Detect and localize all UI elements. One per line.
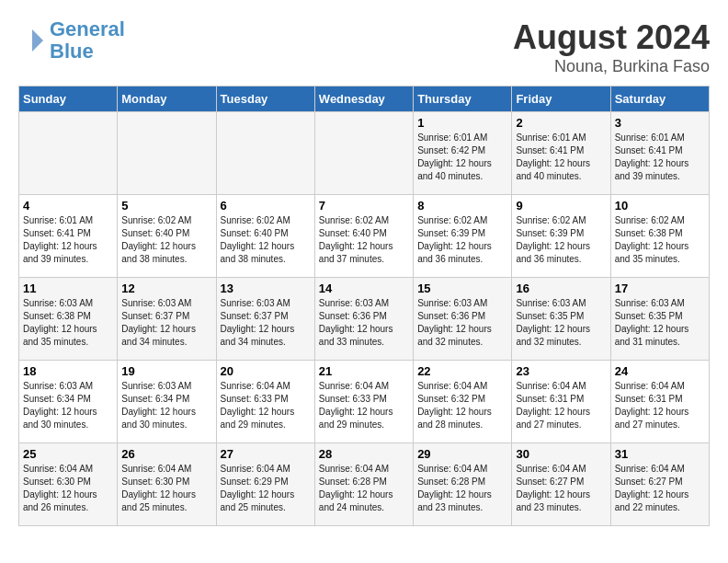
calendar-cell: 5Sunrise: 6:02 AM Sunset: 6:40 PM Daylig… xyxy=(118,195,216,278)
day-info: Sunrise: 6:03 AM Sunset: 6:35 PM Dayligh… xyxy=(516,297,606,349)
day-number: 10 xyxy=(615,199,705,213)
calendar-week-row: 4Sunrise: 6:01 AM Sunset: 6:41 PM Daylig… xyxy=(19,195,710,278)
day-number: 12 xyxy=(121,282,211,295)
day-info: Sunrise: 6:03 AM Sunset: 6:36 PM Dayligh… xyxy=(417,297,507,349)
day-number: 17 xyxy=(615,282,705,295)
calendar-cell: 29Sunrise: 6:04 AM Sunset: 6:28 PM Dayli… xyxy=(414,443,512,526)
calendar-cell: 24Sunrise: 6:04 AM Sunset: 6:31 PM Dayli… xyxy=(610,361,709,443)
weekday-header-friday: Friday xyxy=(512,86,610,112)
day-number: 23 xyxy=(516,364,606,378)
day-number: 29 xyxy=(417,447,507,461)
calendar-cell: 31Sunrise: 6:04 AM Sunset: 6:27 PM Dayli… xyxy=(610,443,709,526)
logo-icon xyxy=(18,27,46,54)
title-block: August 2024 Nouna, Burkina Faso xyxy=(513,18,710,76)
day-info: Sunrise: 6:04 AM Sunset: 6:28 PM Dayligh… xyxy=(417,463,507,514)
day-number: 6 xyxy=(221,199,311,213)
day-number: 24 xyxy=(615,364,705,378)
day-info: Sunrise: 6:04 AM Sunset: 6:27 PM Dayligh… xyxy=(615,463,705,514)
day-info: Sunrise: 6:01 AM Sunset: 6:42 PM Dayligh… xyxy=(417,132,507,183)
calendar-cell: 18Sunrise: 6:03 AM Sunset: 6:34 PM Dayli… xyxy=(19,361,118,443)
calendar-table: SundayMondayTuesdayWednesdayThursdayFrid… xyxy=(18,86,710,526)
page-header: General Blue August 2024 Nouna, Burkina … xyxy=(18,18,710,76)
calendar-cell: 26Sunrise: 6:04 AM Sunset: 6:30 PM Dayli… xyxy=(118,443,216,526)
day-number: 22 xyxy=(417,364,507,378)
calendar-week-row: 1Sunrise: 6:01 AM Sunset: 6:42 PM Daylig… xyxy=(19,112,710,195)
calendar-cell: 16Sunrise: 6:03 AM Sunset: 6:35 PM Dayli… xyxy=(512,278,610,361)
day-number: 25 xyxy=(23,447,113,461)
day-info: Sunrise: 6:01 AM Sunset: 6:41 PM Dayligh… xyxy=(23,214,113,266)
weekday-header-wednesday: Wednesday xyxy=(314,86,413,112)
day-info: Sunrise: 6:01 AM Sunset: 6:41 PM Dayligh… xyxy=(516,132,606,183)
calendar-cell: 11Sunrise: 6:03 AM Sunset: 6:38 PM Dayli… xyxy=(19,278,118,361)
page-title: August 2024 xyxy=(513,18,710,57)
calendar-cell: 12Sunrise: 6:03 AM Sunset: 6:37 PM Dayli… xyxy=(118,278,216,361)
day-number: 3 xyxy=(615,116,705,130)
day-number: 19 xyxy=(121,364,211,378)
calendar-cell: 10Sunrise: 6:02 AM Sunset: 6:38 PM Dayli… xyxy=(610,195,709,278)
weekday-header-saturday: Saturday xyxy=(610,86,709,112)
calendar-cell: 20Sunrise: 6:04 AM Sunset: 6:33 PM Dayli… xyxy=(216,361,314,443)
day-info: Sunrise: 6:02 AM Sunset: 6:40 PM Dayligh… xyxy=(121,214,211,266)
day-number: 26 xyxy=(121,447,211,461)
day-info: Sunrise: 6:04 AM Sunset: 6:29 PM Dayligh… xyxy=(221,463,311,514)
day-info: Sunrise: 6:03 AM Sunset: 6:34 PM Dayligh… xyxy=(121,380,211,431)
day-info: Sunrise: 6:02 AM Sunset: 6:40 PM Dayligh… xyxy=(221,214,311,266)
calendar-cell: 30Sunrise: 6:04 AM Sunset: 6:27 PM Dayli… xyxy=(512,443,610,526)
calendar-cell: 4Sunrise: 6:01 AM Sunset: 6:41 PM Daylig… xyxy=(19,195,118,278)
day-number: 21 xyxy=(319,364,409,378)
calendar-cell: 28Sunrise: 6:04 AM Sunset: 6:28 PM Dayli… xyxy=(314,443,413,526)
day-info: Sunrise: 6:03 AM Sunset: 6:34 PM Dayligh… xyxy=(23,380,113,431)
calendar-cell: 3Sunrise: 6:01 AM Sunset: 6:41 PM Daylig… xyxy=(610,112,709,195)
calendar-cell: 22Sunrise: 6:04 AM Sunset: 6:32 PM Dayli… xyxy=(414,361,512,443)
day-info: Sunrise: 6:04 AM Sunset: 6:31 PM Dayligh… xyxy=(615,380,705,431)
day-info: Sunrise: 6:02 AM Sunset: 6:40 PM Dayligh… xyxy=(319,214,409,266)
day-info: Sunrise: 6:01 AM Sunset: 6:41 PM Dayligh… xyxy=(615,132,705,183)
day-number: 31 xyxy=(615,447,705,461)
day-number: 28 xyxy=(319,447,409,461)
day-info: Sunrise: 6:03 AM Sunset: 6:37 PM Dayligh… xyxy=(221,297,311,349)
calendar-cell: 7Sunrise: 6:02 AM Sunset: 6:40 PM Daylig… xyxy=(314,195,413,278)
calendar-week-row: 18Sunrise: 6:03 AM Sunset: 6:34 PM Dayli… xyxy=(19,361,710,443)
day-info: Sunrise: 6:04 AM Sunset: 6:31 PM Dayligh… xyxy=(516,380,606,431)
logo-text: General Blue xyxy=(50,18,125,63)
weekday-header-row: SundayMondayTuesdayWednesdayThursdayFrid… xyxy=(19,86,710,112)
calendar-cell: 27Sunrise: 6:04 AM Sunset: 6:29 PM Dayli… xyxy=(216,443,314,526)
day-number: 30 xyxy=(516,447,606,461)
day-number: 1 xyxy=(417,116,507,130)
day-number: 15 xyxy=(417,282,507,295)
logo: General Blue xyxy=(18,18,125,63)
day-number: 16 xyxy=(516,282,606,295)
day-info: Sunrise: 6:03 AM Sunset: 6:37 PM Dayligh… xyxy=(121,297,211,349)
calendar-cell xyxy=(314,112,413,195)
calendar-cell: 25Sunrise: 6:04 AM Sunset: 6:30 PM Dayli… xyxy=(19,443,118,526)
day-info: Sunrise: 6:04 AM Sunset: 6:27 PM Dayligh… xyxy=(516,463,606,514)
calendar-week-row: 11Sunrise: 6:03 AM Sunset: 6:38 PM Dayli… xyxy=(19,278,710,361)
day-number: 4 xyxy=(23,199,113,213)
day-number: 27 xyxy=(221,447,311,461)
calendar-cell: 6Sunrise: 6:02 AM Sunset: 6:40 PM Daylig… xyxy=(216,195,314,278)
calendar-cell: 15Sunrise: 6:03 AM Sunset: 6:36 PM Dayli… xyxy=(414,278,512,361)
day-number: 18 xyxy=(23,364,113,378)
weekday-header-sunday: Sunday xyxy=(19,86,118,112)
weekday-header-monday: Monday xyxy=(118,86,216,112)
day-info: Sunrise: 6:04 AM Sunset: 6:33 PM Dayligh… xyxy=(221,380,311,431)
day-number: 8 xyxy=(417,199,507,213)
calendar-cell xyxy=(118,112,216,195)
calendar-cell: 23Sunrise: 6:04 AM Sunset: 6:31 PM Dayli… xyxy=(512,361,610,443)
calendar-cell: 8Sunrise: 6:02 AM Sunset: 6:39 PM Daylig… xyxy=(414,195,512,278)
calendar-cell: 14Sunrise: 6:03 AM Sunset: 6:36 PM Dayli… xyxy=(314,278,413,361)
day-number: 9 xyxy=(516,199,606,213)
day-info: Sunrise: 6:03 AM Sunset: 6:36 PM Dayligh… xyxy=(319,297,409,349)
weekday-header-thursday: Thursday xyxy=(414,86,512,112)
calendar-week-row: 25Sunrise: 6:04 AM Sunset: 6:30 PM Dayli… xyxy=(19,443,710,526)
day-info: Sunrise: 6:04 AM Sunset: 6:28 PM Dayligh… xyxy=(319,463,409,514)
day-info: Sunrise: 6:04 AM Sunset: 6:32 PM Dayligh… xyxy=(417,380,507,431)
calendar-cell: 9Sunrise: 6:02 AM Sunset: 6:39 PM Daylig… xyxy=(512,195,610,278)
day-number: 2 xyxy=(516,116,606,130)
day-number: 20 xyxy=(221,364,311,378)
page-subtitle: Nouna, Burkina Faso xyxy=(513,57,710,76)
day-info: Sunrise: 6:03 AM Sunset: 6:38 PM Dayligh… xyxy=(23,297,113,349)
calendar-cell: 1Sunrise: 6:01 AM Sunset: 6:42 PM Daylig… xyxy=(414,112,512,195)
day-number: 7 xyxy=(319,199,409,213)
calendar-cell: 13Sunrise: 6:03 AM Sunset: 6:37 PM Dayli… xyxy=(216,278,314,361)
